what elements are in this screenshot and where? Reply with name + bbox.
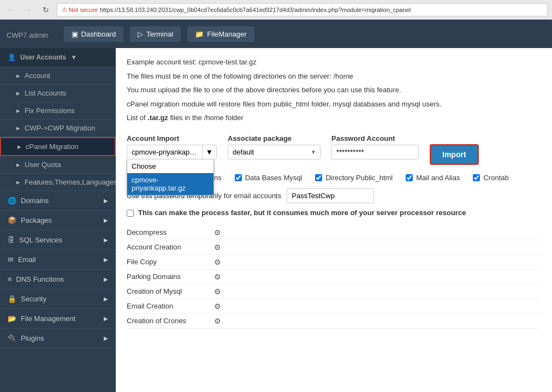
associate-package-label: Associate package: [228, 134, 320, 142]
filemanager-button[interactable]: 📁 FileManager: [187, 26, 254, 42]
sidebar-item-cpanel-migration[interactable]: ▸ cPanel Migration: [0, 137, 116, 156]
password-account-label: Password Account: [331, 134, 419, 142]
mail-checkbox-label: Mail and Alias: [416, 174, 460, 182]
progress-parking-domains: Parking Domains ⚙: [127, 270, 541, 284]
sidebar-item-list-accounts[interactable]: ▸ List Accounts: [0, 85, 116, 102]
sidebar: 👤 User Accounts ▼ ▸ Account ▸ List Accou…: [0, 48, 116, 392]
info-restore: cPanel migration module will restore fil…: [127, 99, 541, 110]
account-import-display: cpmove-priyankapp.ta: [127, 145, 202, 159]
domains-label: Domains: [21, 197, 49, 205]
features-icon: ▸: [16, 178, 20, 186]
user-quota-icon: ▸: [16, 161, 20, 169]
filemanager-label: FileManager: [207, 30, 246, 38]
dashboard-label: Dashboard: [81, 30, 116, 38]
decompress-gear-icon[interactable]: ⚙: [214, 228, 221, 237]
not-secure-text: Not secure: [69, 7, 98, 13]
packages-label: Packages: [21, 216, 52, 224]
mail-checkbox[interactable]: [406, 174, 413, 181]
sidebar-item-packages[interactable]: 📦 Packages ▶: [0, 211, 116, 230]
associate-package-select[interactable]: default: [228, 145, 320, 159]
logo: CWP7.admin: [7, 27, 49, 41]
sidebar-item-fix-permissions[interactable]: ▸ Fix Permissions: [0, 102, 116, 120]
dropdown-option-cpmove[interactable]: cpmove-priyankapp.tar.gz: [127, 173, 213, 195]
forward-button[interactable]: →: [22, 3, 35, 16]
checkbox-databases: Data Bases Mysql: [235, 174, 302, 182]
sidebar-item-security[interactable]: 🔒 Security ▶: [0, 289, 116, 309]
sql-icon: 🗄: [8, 236, 15, 244]
sidebar-item-plugins[interactable]: 🔌 Plugins ▶: [0, 329, 116, 348]
user-quota-label: User Quota: [25, 161, 61, 169]
email-creation-gear-icon[interactable]: ⚙: [214, 302, 221, 311]
account-import-dropdown: Choose cpmove-priyankapp.tar.gz: [127, 159, 214, 195]
email-arrow: ▶: [104, 257, 108, 263]
file-copy-gear-icon[interactable]: ⚙: [214, 258, 221, 266]
creation-of-crones-gear-icon[interactable]: ⚙: [214, 317, 221, 325]
dns-icon: ≡: [8, 275, 12, 283]
fix-permissions-icon: ▸: [16, 106, 20, 115]
account-import-group: Account Import cpmove-priyankapp.ta ▼ Ch…: [127, 134, 217, 159]
dashboard-icon: ▣: [72, 30, 78, 38]
logo-admin: admin: [29, 31, 48, 39]
user-accounts-label: User Accounts: [20, 54, 66, 61]
creation-of-mysql-gear-icon[interactable]: ⚙: [214, 287, 221, 296]
creation-of-crones-label: Creation of Crones: [127, 317, 209, 325]
progress-creation-of-mysql: Creation of Mysql ⚙: [127, 284, 541, 299]
cwp-migration-label: CWP->CWP Migration: [25, 124, 95, 132]
cpanel-migration-label: cPanel Migration: [26, 142, 79, 151]
sidebar-item-sql-services[interactable]: 🗄 SQL Services ▶: [0, 230, 116, 250]
main-area: 👤 User Accounts ▼ ▸ Account ▸ List Accou…: [0, 48, 552, 392]
sidebar-item-features-themes-languages[interactable]: ▸ Features,Themes,Languages: [0, 174, 116, 191]
packages-arrow: ▶: [104, 217, 108, 223]
crontab-checkbox[interactable]: [473, 174, 480, 181]
account-label: Account: [25, 72, 50, 80]
address-bar[interactable]: ⚠ Not secure https://13.58.103.240:2031/…: [57, 3, 548, 16]
file-copy-label: File Copy: [127, 258, 209, 266]
associate-package-group: Associate package default ▼: [228, 134, 320, 159]
checkbox-crontab: Crontab: [473, 174, 508, 182]
sidebar-item-domains[interactable]: 🌐 Domains ▶: [0, 191, 116, 211]
info-example: Example account test: cpmove-test.tar.gz: [127, 57, 541, 68]
progress-creation-of-crones: Creation of Crones ⚙: [127, 314, 541, 329]
terminal-label: Terminal: [146, 30, 173, 38]
domains-arrow: ▶: [104, 198, 108, 204]
file-mgmt-label: File Management: [21, 314, 75, 323]
parking-domains-gear-icon[interactable]: ⚙: [214, 272, 221, 281]
tar-gz-bold: .tar.gz: [147, 114, 168, 122]
info-upload: You must upload the file to one of the a…: [127, 85, 541, 96]
dashboard-button[interactable]: ▣ Dashboard: [64, 26, 124, 42]
sidebar-item-dns-functions[interactable]: ≡ DNS Functions ▶: [0, 270, 116, 289]
dropdown-option-choose[interactable]: Choose: [127, 159, 213, 173]
back-button[interactable]: ←: [4, 3, 17, 16]
features-label: Features,Themes,Languages: [25, 178, 116, 186]
processor-warning-row: This can make the process faster, but it…: [127, 209, 541, 217]
directory-checkbox[interactable]: [315, 174, 322, 181]
databases-checkbox[interactable]: [235, 174, 242, 181]
dns-arrow: ▶: [104, 276, 108, 282]
reload-button[interactable]: ↻: [39, 3, 52, 16]
account-import-wrapper: cpmove-priyankapp.ta ▼ Choose cpmove-pri…: [127, 145, 217, 159]
list-accounts-label: List Accounts: [25, 89, 67, 97]
password-account-input[interactable]: [331, 145, 419, 159]
terminal-button[interactable]: ▷ Terminal: [130, 26, 181, 42]
packages-icon: 📦: [8, 216, 16, 224]
password-temp-input[interactable]: [287, 188, 374, 203]
sidebar-item-cwp-cwp-migration[interactable]: ▸ CWP->CWP Migration: [0, 120, 116, 137]
import-button[interactable]: Import: [430, 144, 479, 165]
account-import-dropdown-btn[interactable]: ▼: [202, 145, 216, 159]
browser-chrome: ← → ↻ ⚠ Not secure https://13.58.103.240…: [0, 0, 552, 20]
sidebar-item-email[interactable]: ✉ Email ▶: [0, 250, 116, 270]
sidebar-item-account[interactable]: ▸ Account: [0, 67, 116, 85]
sql-label: SQL Services: [19, 236, 62, 244]
databases-checkbox-label: Data Bases Mysql: [245, 174, 302, 182]
expand-icon: ▼: [70, 54, 77, 61]
directory-checkbox-label: Directory Public_html: [325, 174, 393, 182]
sidebar-item-file-management[interactable]: 📂 File Management ▶: [0, 309, 116, 329]
account-import-label: Account Import: [127, 134, 217, 142]
checkbox-directory: Directory Public_html: [315, 174, 393, 182]
account-creation-gear-icon[interactable]: ⚙: [214, 243, 221, 252]
crontab-checkbox-label: Crontab: [483, 174, 508, 182]
processor-checkbox[interactable]: [127, 210, 134, 217]
sidebar-item-user-quota[interactable]: ▸ User Quota: [0, 156, 116, 174]
processor-warning-text: This can make the process faster, but it…: [138, 209, 466, 217]
sidebar-item-user-accounts-header[interactable]: 👤 User Accounts ▼: [0, 48, 116, 67]
